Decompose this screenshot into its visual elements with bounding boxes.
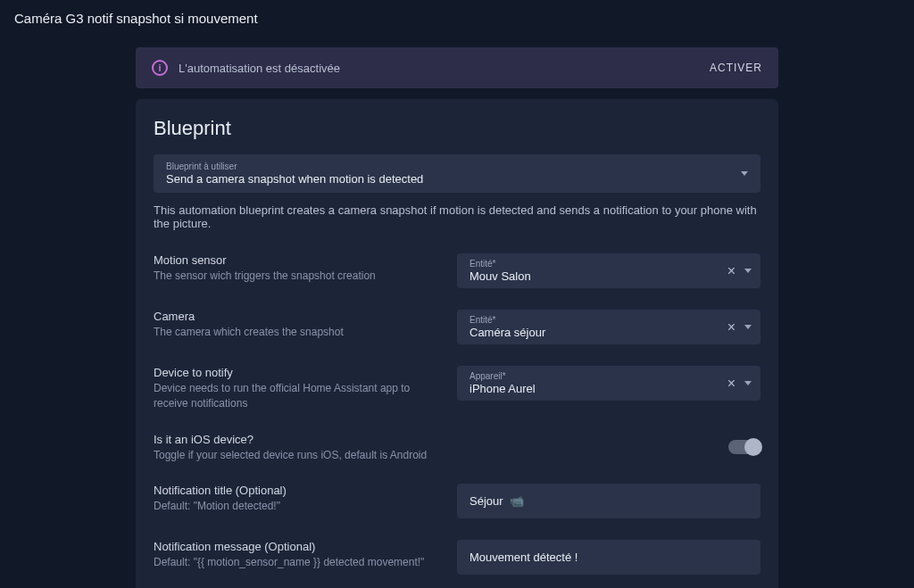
camera-input[interactable]: Entité* Caméra séjour × [457, 310, 760, 344]
motion-sensor-value: Mouv Salon [469, 269, 531, 283]
device-entity-label: Appareil* [469, 371, 536, 381]
device-input-col: Appareil* iPhone Aurel × [457, 366, 760, 401]
device-input[interactable]: Appareil* iPhone Aurel × [457, 366, 760, 401]
clear-icon[interactable]: × [727, 320, 735, 335]
chevron-down-icon[interactable] [744, 381, 752, 385]
motion-sensor-row: Motion sensor The sensor wich triggers t… [136, 243, 778, 299]
activate-button[interactable]: ACTIVER [710, 62, 762, 74]
ios-desc: Toggle if your selected device runs iOS,… [154, 448, 427, 463]
camera-input-col: Entité* Caméra séjour × [457, 310, 760, 344]
notif-title-desc: Default: "Motion detected!" [154, 499, 439, 514]
blueprint-select-inner: Blueprint à utiliser Send a camera snaps… [166, 161, 423, 186]
blueprint-select[interactable]: Blueprint à utiliser Send a camera snaps… [154, 154, 760, 193]
notif-title-label-col: Notification title (Optional) Default: "… [154, 484, 439, 514]
device-label-col: Device to notify Device needs to run the… [154, 366, 439, 411]
motion-sensor-desc: The sensor wich triggers the snapshot cr… [154, 269, 439, 284]
camera-desc: The camera which creates the snapshot [154, 325, 439, 340]
blueprint-select-value: Send a camera snapshot when motion is de… [166, 172, 423, 186]
device-actions: × [727, 377, 752, 391]
notif-msg-row: Notification message (Optional) Default:… [136, 529, 778, 585]
clear-icon[interactable]: × [727, 264, 735, 278]
alert-left: i L'automatisation est désactivée [152, 60, 340, 76]
blueprint-select-label: Blueprint à utiliser [166, 161, 423, 171]
device-inner: Appareil* iPhone Aurel [469, 371, 536, 395]
device-title: Device to notify [154, 366, 439, 379]
disabled-alert: i L'automatisation est désactivée ACTIVE… [136, 47, 778, 88]
camera-row: Camera The camera which creates the snap… [136, 299, 778, 355]
notif-title-input-col [457, 484, 760, 518]
page-title: Caméra G3 notif snapshot si mouvement [0, 0, 914, 37]
toggle-knob [744, 438, 762, 456]
motion-sensor-inner: Entité* Mouv Salon [469, 259, 531, 283]
notif-msg-input[interactable] [457, 540, 760, 575]
clear-icon[interactable]: × [727, 377, 735, 391]
motion-sensor-actions: × [727, 264, 752, 278]
card-title: Blueprint [136, 117, 778, 154]
notif-msg-input-col [457, 540, 760, 575]
notif-title-row: Notification title (Optional) Default: "… [136, 473, 778, 529]
ios-row: Is it an iOS device? Toggle if your sele… [136, 422, 778, 474]
camera-actions: × [727, 320, 752, 335]
notif-title-input[interactable] [457, 484, 760, 518]
main-container: i L'automatisation est désactivée ACTIVE… [0, 37, 914, 588]
motion-sensor-title: Motion sensor [154, 253, 439, 267]
camera-title: Camera [154, 310, 439, 323]
content-column: i L'automatisation est désactivée ACTIVE… [136, 47, 778, 588]
chevron-down-icon[interactable] [744, 325, 752, 329]
camera-inner: Entité* Caméra séjour [469, 315, 545, 339]
alert-message: L'automatisation est désactivée [179, 62, 340, 75]
device-value: iPhone Aurel [469, 382, 536, 395]
motion-sensor-entity-label: Entité* [469, 259, 531, 269]
notif-title-title: Notification title (Optional) [154, 484, 439, 497]
ios-title: Is it an iOS device? [154, 433, 427, 446]
motion-sensor-input-col: Entité* Mouv Salon × [457, 253, 760, 288]
motion-sensor-label-col: Motion sensor The sensor wich triggers t… [154, 253, 439, 284]
camera-label-col: Camera The camera which creates the snap… [154, 310, 439, 340]
notif-msg-title: Notification message (Optional) [154, 540, 439, 553]
device-desc: Device needs to run the official Home As… [154, 381, 439, 411]
device-row: Device to notify Device needs to run the… [136, 355, 778, 422]
motion-sensor-input[interactable]: Entité* Mouv Salon × [457, 253, 760, 288]
notif-msg-desc: Default: "{{ motion_sensor_name }} detec… [154, 555, 439, 570]
blueprint-description: This automation blueprint creates a came… [136, 203, 778, 243]
info-icon: i [152, 60, 168, 76]
chevron-down-icon[interactable] [744, 269, 752, 273]
camera-entity-label: Entité* [469, 315, 545, 325]
blueprint-card: Blueprint Blueprint à utiliser Send a ca… [136, 99, 778, 588]
ios-label-col: Is it an iOS device? Toggle if your sele… [154, 433, 427, 463]
notif-msg-label-col: Notification message (Optional) Default:… [154, 540, 439, 570]
ios-toggle[interactable] [728, 440, 760, 454]
camera-value: Caméra séjour [469, 326, 545, 339]
chevron-down-icon [741, 171, 748, 176]
